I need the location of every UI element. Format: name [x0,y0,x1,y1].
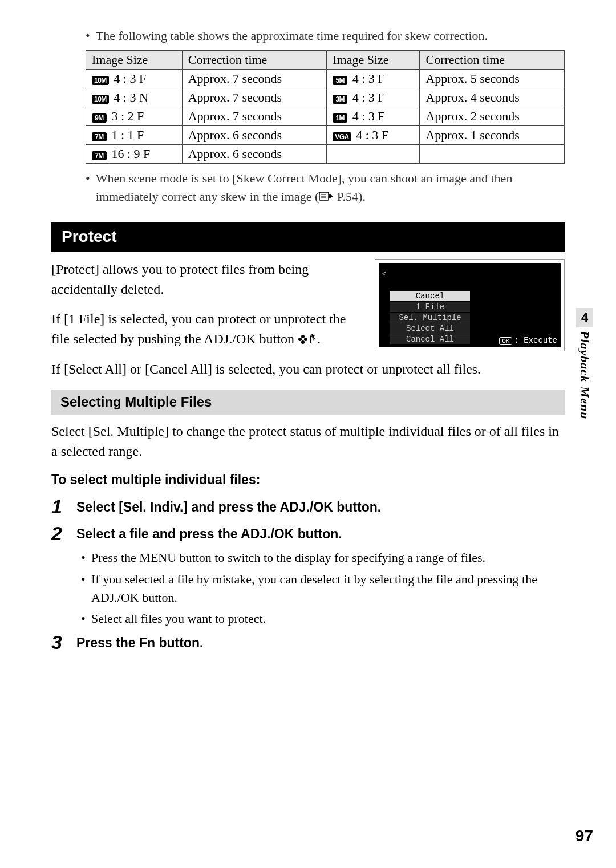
image-size-cell: 3M 4 : 3 F [327,88,420,107]
adj-ok-flower-icon [298,331,317,346]
step-bullet: If you selected a file by mistake, you c… [91,570,565,607]
table-row: 9M 3 : 2 FApprox. 7 seconds1M 4 : 3 FApp… [86,107,565,126]
intro-bullet: • The following table shows the approxim… [86,29,565,43]
skew-note-text: When scene mode is set to [Skew Correct … [96,169,565,207]
lcd-execute-hint: OK: Execute [499,336,557,345]
step-number: 3 [51,631,76,652]
page-number: 97 [576,827,593,845]
intro-bullet-text: The following table shows the approximat… [96,29,488,43]
skew-note-bullet: • When scene mode is set to [Skew Correc… [86,169,565,207]
instruction-step: 2Select a file and press the ADJ./OK but… [51,522,565,543]
chapter-title-tab: Playback Menu [577,331,592,419]
image-size-badge: 1M [333,113,347,123]
subheading-selecting-multiple: Selecting Multiple Files [51,390,565,415]
correction-time-cell: Approx. 4 seconds [420,88,565,107]
correction-time-cell: Approx. 7 seconds [182,107,327,126]
protect-all-paragraph: If [Select All] or [Cancel All] is selec… [51,359,565,379]
instruction-step: 1Select [Sel. Indiv.] and press the ADJ.… [51,496,565,516]
image-size-badge: VGA [333,132,351,141]
step-title: Press the Fn button. [76,631,203,652]
correction-time-cell: Approx. 7 seconds [182,70,327,88]
table-header: Image Size [327,51,420,70]
step-bullet: Press the MENU button to switch to the d… [91,549,565,567]
image-size-cell: 10M 4 : 3 F [86,70,183,88]
step-body: Press the MENU button to switch to the d… [76,549,565,628]
lcd-menu-item: Select All [390,323,470,334]
image-size-ratio: 4 : 3 F [349,90,384,104]
image-size-badge: 7M [92,151,107,160]
correction-time-cell: Approx. 1 seconds [420,126,565,145]
protect-1file-paragraph: If [1 File] is selected, you can protect… [51,309,361,349]
correction-time-cell: Approx. 6 seconds [182,126,327,145]
selecting-intro: Select [Sel. Multiple] to change the pro… [51,421,565,461]
step-number: 1 [51,496,76,516]
image-size-cell: VGA 4 : 3 F [327,126,420,145]
bullet-dot: • [86,169,90,207]
image-size-cell: 1M 4 : 3 F [327,107,420,126]
instruction-step: 3Press the Fn button. [51,631,565,652]
protect-intro: [Protect] allows you to protect files fr… [51,259,361,299]
lcd-back-arrow-icon: ◁ [379,269,561,278]
table-row: 7M 16 : 9 FApprox. 6 seconds [86,145,565,164]
page-reference-icon [319,189,334,207]
step-title: Select [Sel. Indiv.] and press the ADJ./… [76,496,381,516]
chapter-number-tab: 4 [576,308,593,327]
image-size-badge: 9M [92,113,107,123]
image-size-cell: 7M 16 : 9 F [86,145,183,164]
step-number: 2 [51,522,76,543]
correction-time-cell: Approx. 6 seconds [182,145,327,164]
svg-point-5 [298,338,302,341]
image-size-ratio: 4 : 3 F [111,71,146,86]
step-bullet: Select all files you want to protect. [91,610,565,628]
image-size-ratio: 3 : 2 F [108,109,144,123]
image-size-cell: 9M 3 : 2 F [86,107,183,126]
camera-lcd-screenshot: ◁ Cancel1 FileSel. MultipleSelect AllCan… [375,259,565,351]
heading-protect: Protect [51,222,565,252]
image-size-ratio: 1 : 1 F [108,128,144,142]
image-size-badge: 5M [333,76,347,85]
image-size-cell [327,145,420,164]
image-size-ratio: 4 : 3 F [353,128,388,142]
image-size-cell: 5M 4 : 3 F [327,70,420,88]
image-size-ratio: 16 : 9 F [108,147,150,161]
side-tab: 4 Playback Menu [576,308,593,419]
image-size-ratio: 4 : 3 F [349,71,384,86]
table-header: Correction time [420,51,565,70]
lcd-menu-item: Sel. Multiple [390,313,470,323]
svg-point-6 [304,338,307,341]
table-header: Image Size [86,51,183,70]
correction-time-cell: Approx. 7 seconds [182,88,327,107]
ok-button-icon: OK [499,337,512,345]
lcd-menu-item: Cancel [390,291,470,301]
svg-point-7 [301,340,305,344]
correction-time-cell: Approx. 2 seconds [420,107,565,126]
correction-time-table: Image Size Correction time Image Size Co… [86,50,565,164]
lcd-menu-item: Cancel All [390,334,470,344]
table-header: Correction time [182,51,327,70]
image-size-cell: 7M 1 : 1 F [86,126,183,145]
step-title: Select a file and press the ADJ./OK butt… [76,522,342,543]
correction-time-cell: Approx. 5 seconds [420,70,565,88]
table-row: 7M 1 : 1 FApprox. 6 secondsVGA 4 : 3 FAp… [86,126,565,145]
table-row: 10M 4 : 3 NApprox. 7 seconds3M 4 : 3 FAp… [86,88,565,107]
lcd-menu-item: 1 File [390,302,470,312]
image-size-badge: 3M [333,95,347,104]
bullet-dot: • [86,29,90,43]
correction-time-cell [420,145,565,164]
to-select-heading: To select multiple individual files: [51,472,565,488]
svg-point-4 [301,335,305,338]
image-size-badge: 10M [92,95,109,104]
image-size-cell: 10M 4 : 3 N [86,88,183,107]
image-size-ratio: 4 : 3 N [111,90,148,104]
image-size-ratio: 4 : 3 F [349,109,384,123]
table-row: 10M 4 : 3 FApprox. 7 seconds5M 4 : 3 FAp… [86,70,565,88]
svg-point-8 [302,338,304,340]
image-size-badge: 7M [92,132,107,141]
image-size-badge: 10M [92,76,109,85]
